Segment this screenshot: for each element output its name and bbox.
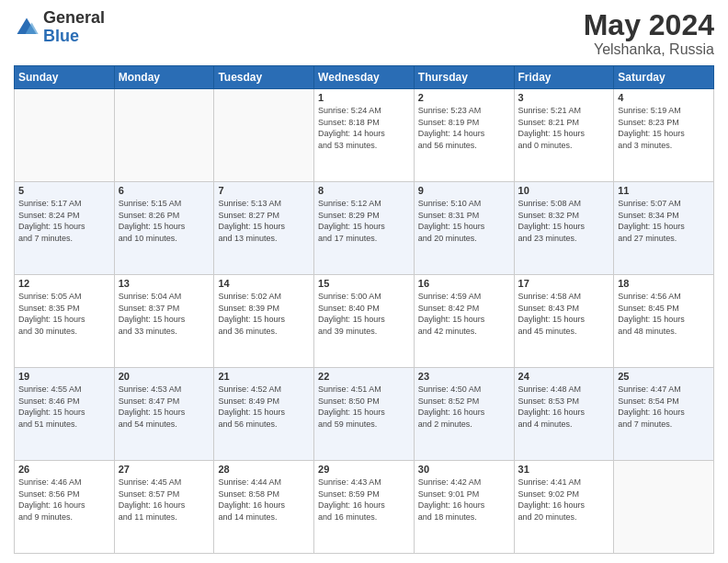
week-row-3: 12Sunrise: 5:05 AMSunset: 8:35 PMDayligh… [15, 275, 714, 368]
day-cell: 10Sunrise: 5:08 AMSunset: 8:32 PMDayligh… [514, 182, 614, 275]
day-number: 12 [18, 278, 110, 289]
day-cell: 15Sunrise: 5:00 AMSunset: 8:40 PMDayligh… [314, 275, 415, 368]
day-cell: 24Sunrise: 4:48 AMSunset: 8:53 PMDayligh… [514, 368, 614, 461]
day-number: 17 [518, 278, 610, 289]
day-number: 27 [119, 464, 210, 475]
page: General Blue May 2024 Yelshanka, Russia … [0, 0, 728, 563]
day-cell: 28Sunrise: 4:44 AMSunset: 8:58 PMDayligh… [214, 461, 314, 554]
day-number: 6 [119, 185, 210, 196]
location: Yelshanka, Russia [584, 41, 714, 58]
week-row-2: 5Sunrise: 5:17 AMSunset: 8:24 PMDaylight… [15, 182, 714, 275]
day-cell: 7Sunrise: 5:13 AMSunset: 8:27 PMDaylight… [214, 182, 314, 275]
day-number: 28 [218, 464, 310, 475]
day-info: Sunrise: 5:07 AMSunset: 8:34 PMDaylight:… [618, 198, 710, 244]
day-cell: 31Sunrise: 4:41 AMSunset: 9:02 PMDayligh… [514, 461, 614, 554]
day-cell [214, 89, 314, 182]
day-cell: 12Sunrise: 5:05 AMSunset: 8:35 PMDayligh… [15, 275, 115, 368]
day-number: 30 [418, 464, 510, 475]
day-cell: 4Sunrise: 5:19 AMSunset: 8:23 PMDaylight… [614, 89, 714, 182]
day-number: 7 [218, 185, 310, 196]
day-number: 20 [119, 371, 210, 382]
col-header-thursday: Thursday [414, 66, 514, 89]
day-info: Sunrise: 4:50 AMSunset: 8:52 PMDaylight:… [418, 384, 510, 430]
day-number: 1 [318, 92, 410, 103]
col-header-sunday: Sunday [15, 66, 115, 89]
day-number: 16 [418, 278, 510, 289]
day-info: Sunrise: 4:45 AMSunset: 8:57 PMDaylight:… [119, 477, 210, 523]
day-number: 9 [418, 185, 510, 196]
day-number: 31 [518, 464, 610, 475]
day-info: Sunrise: 5:05 AMSunset: 8:35 PMDaylight:… [18, 291, 110, 337]
day-info: Sunrise: 4:43 AMSunset: 8:59 PMDaylight:… [318, 477, 410, 523]
day-cell: 26Sunrise: 4:46 AMSunset: 8:56 PMDayligh… [15, 461, 115, 554]
day-info: Sunrise: 5:19 AMSunset: 8:23 PMDaylight:… [618, 105, 710, 151]
day-cell: 16Sunrise: 4:59 AMSunset: 8:42 PMDayligh… [414, 275, 514, 368]
day-info: Sunrise: 5:15 AMSunset: 8:26 PMDaylight:… [119, 198, 210, 244]
day-number: 18 [618, 278, 710, 289]
day-cell: 22Sunrise: 4:51 AMSunset: 8:50 PMDayligh… [314, 368, 415, 461]
day-cell: 21Sunrise: 4:52 AMSunset: 8:49 PMDayligh… [214, 368, 314, 461]
day-number: 3 [518, 92, 610, 103]
day-number: 13 [119, 278, 210, 289]
col-header-friday: Friday [514, 66, 614, 89]
day-number: 4 [618, 92, 710, 103]
day-cell: 30Sunrise: 4:42 AMSunset: 9:01 PMDayligh… [414, 461, 514, 554]
col-header-wednesday: Wednesday [314, 66, 415, 89]
day-number: 15 [318, 278, 410, 289]
day-info: Sunrise: 4:42 AMSunset: 9:01 PMDaylight:… [418, 477, 510, 523]
day-cell: 13Sunrise: 5:04 AMSunset: 8:37 PMDayligh… [114, 275, 214, 368]
day-number: 14 [218, 278, 310, 289]
day-info: Sunrise: 4:52 AMSunset: 8:49 PMDaylight:… [218, 384, 310, 430]
day-cell: 5Sunrise: 5:17 AMSunset: 8:24 PMDaylight… [15, 182, 115, 275]
day-info: Sunrise: 4:55 AMSunset: 8:46 PMDaylight:… [18, 384, 110, 430]
logo-general: General [43, 8, 105, 27]
day-cell [15, 89, 115, 182]
day-info: Sunrise: 5:04 AMSunset: 8:37 PMDaylight:… [119, 291, 210, 337]
day-cell: 3Sunrise: 5:21 AMSunset: 8:21 PMDaylight… [514, 89, 614, 182]
header: General Blue May 2024 Yelshanka, Russia [14, 9, 714, 58]
day-info: Sunrise: 5:17 AMSunset: 8:24 PMDaylight:… [18, 198, 110, 244]
day-cell: 6Sunrise: 5:15 AMSunset: 8:26 PMDaylight… [114, 182, 214, 275]
day-number: 25 [618, 371, 710, 382]
day-number: 10 [518, 185, 610, 196]
logo-blue: Blue [43, 27, 79, 45]
day-number: 22 [318, 371, 410, 382]
day-cell: 19Sunrise: 4:55 AMSunset: 8:46 PMDayligh… [15, 368, 115, 461]
day-cell: 20Sunrise: 4:53 AMSunset: 8:47 PMDayligh… [114, 368, 214, 461]
day-cell: 14Sunrise: 5:02 AMSunset: 8:39 PMDayligh… [214, 275, 314, 368]
day-cell [114, 89, 214, 182]
logo: General Blue [14, 9, 105, 46]
col-header-monday: Monday [114, 66, 214, 89]
day-number: 11 [618, 185, 710, 196]
day-info: Sunrise: 4:51 AMSunset: 8:50 PMDaylight:… [318, 384, 410, 430]
day-info: Sunrise: 5:21 AMSunset: 8:21 PMDaylight:… [518, 105, 610, 151]
day-info: Sunrise: 4:48 AMSunset: 8:53 PMDaylight:… [518, 384, 610, 430]
title-block: May 2024 Yelshanka, Russia [584, 9, 714, 58]
week-row-4: 19Sunrise: 4:55 AMSunset: 8:46 PMDayligh… [15, 368, 714, 461]
day-number: 24 [518, 371, 610, 382]
day-info: Sunrise: 4:56 AMSunset: 8:45 PMDaylight:… [618, 291, 710, 337]
header-row: SundayMondayTuesdayWednesdayThursdayFrid… [15, 66, 714, 89]
day-info: Sunrise: 4:44 AMSunset: 8:58 PMDaylight:… [218, 477, 310, 523]
col-header-saturday: Saturday [614, 66, 714, 89]
day-info: Sunrise: 4:53 AMSunset: 8:47 PMDaylight:… [119, 384, 210, 430]
day-cell: 27Sunrise: 4:45 AMSunset: 8:57 PMDayligh… [114, 461, 214, 554]
day-info: Sunrise: 5:13 AMSunset: 8:27 PMDaylight:… [218, 198, 310, 244]
day-number: 21 [218, 371, 310, 382]
calendar-table: SundayMondayTuesdayWednesdayThursdayFrid… [14, 65, 714, 554]
day-info: Sunrise: 5:10 AMSunset: 8:31 PMDaylight:… [418, 198, 510, 244]
day-number: 8 [318, 185, 410, 196]
day-cell: 17Sunrise: 4:58 AMSunset: 8:43 PMDayligh… [514, 275, 614, 368]
day-number: 29 [318, 464, 410, 475]
day-cell: 1Sunrise: 5:24 AMSunset: 8:18 PMDaylight… [314, 89, 415, 182]
day-number: 23 [418, 371, 510, 382]
month-year: May 2024 [584, 9, 714, 41]
day-info: Sunrise: 5:12 AMSunset: 8:29 PMDaylight:… [318, 198, 410, 244]
day-number: 26 [18, 464, 110, 475]
day-info: Sunrise: 5:02 AMSunset: 8:39 PMDaylight:… [218, 291, 310, 337]
day-cell: 9Sunrise: 5:10 AMSunset: 8:31 PMDaylight… [414, 182, 514, 275]
week-row-1: 1Sunrise: 5:24 AMSunset: 8:18 PMDaylight… [15, 89, 714, 182]
col-header-tuesday: Tuesday [214, 66, 314, 89]
day-info: Sunrise: 5:24 AMSunset: 8:18 PMDaylight:… [318, 105, 410, 151]
day-cell: 8Sunrise: 5:12 AMSunset: 8:29 PMDaylight… [314, 182, 415, 275]
